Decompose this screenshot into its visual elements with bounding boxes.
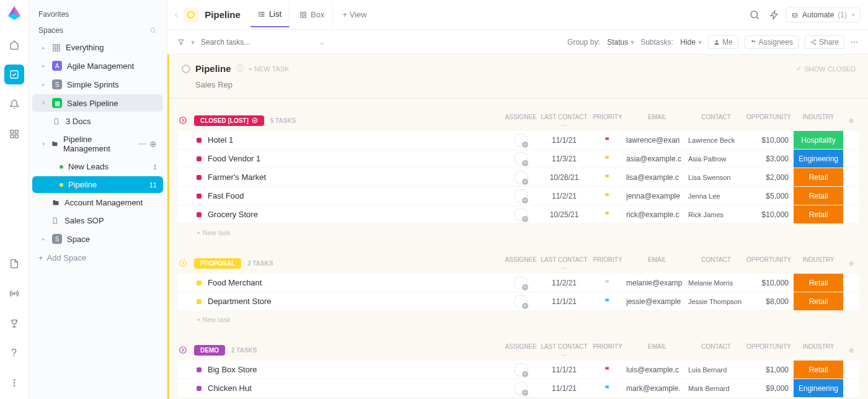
email-cell[interactable]: luis@example.c bbox=[626, 365, 688, 374]
contact-cell[interactable]: Luis Bernard bbox=[688, 366, 744, 374]
industry-cell[interactable]: Retail bbox=[794, 168, 843, 186]
industry-cell[interactable]: Engineering bbox=[794, 379, 843, 397]
email-cell[interactable]: mark@example. bbox=[626, 384, 688, 393]
add-assignee-icon[interactable] bbox=[514, 189, 528, 203]
priority-cell[interactable] bbox=[589, 279, 626, 287]
new-task-row[interactable]: + New task bbox=[178, 311, 859, 328]
add-column-button[interactable]: ⊕ bbox=[843, 114, 859, 127]
space-sales-pipeline[interactable]: ▾▦ Sales Pipeline bbox=[32, 94, 163, 112]
status-circle-icon[interactable] bbox=[182, 65, 190, 73]
contact-cell[interactable]: Rick James bbox=[688, 211, 744, 218]
task-status-icon[interactable] bbox=[197, 175, 202, 180]
task-name[interactable]: Food Vendor 1 bbox=[208, 154, 502, 163]
doc-icon[interactable] bbox=[4, 254, 24, 274]
add-assignee-icon[interactable] bbox=[514, 133, 528, 147]
industry-cell[interactable]: Retail bbox=[794, 187, 843, 205]
collapse-group-icon[interactable] bbox=[178, 115, 188, 125]
col-header-contact[interactable]: CONTACT bbox=[688, 256, 744, 270]
col-header-contact[interactable]: CONTACT bbox=[688, 114, 744, 127]
broadcast-icon[interactable] bbox=[4, 284, 24, 303]
col-header-email[interactable]: EMAIL bbox=[626, 343, 688, 357]
task-status-icon[interactable] bbox=[197, 280, 202, 285]
contact-cell[interactable]: Jessie Thompson bbox=[688, 298, 744, 305]
email-cell[interactable]: jenna@example bbox=[626, 192, 688, 200]
contact-cell[interactable]: Asia Paltrow bbox=[688, 155, 744, 163]
info-icon[interactable]: ⓘ bbox=[236, 63, 244, 74]
col-header-assignee[interactable]: ASSIGNEE bbox=[502, 343, 539, 357]
help-icon[interactable]: ? bbox=[4, 343, 24, 363]
opportunity-cell[interactable]: $10,000 bbox=[744, 210, 794, 219]
col-header-opportunity[interactable]: OPPORTUNITY bbox=[744, 256, 794, 270]
lastcontact-cell[interactable]: 10/25/21 bbox=[539, 210, 589, 219]
contact-cell[interactable]: Lawrence Beck bbox=[688, 137, 744, 144]
bell-icon[interactable] bbox=[4, 94, 24, 114]
search-tasks-input[interactable] bbox=[201, 38, 275, 47]
group-by-dropdown[interactable]: Group by: Status ▾ bbox=[567, 38, 634, 47]
assignee-cell[interactable] bbox=[502, 276, 539, 290]
contact-cell[interactable]: Mark Bernard bbox=[688, 385, 744, 392]
col-header-email[interactable]: EMAIL bbox=[626, 256, 688, 270]
col-header-industry[interactable]: INDUSTRY bbox=[794, 114, 843, 127]
email-cell[interactable]: rick@example.c bbox=[626, 210, 688, 219]
add-column-button[interactable]: ⊕ bbox=[843, 343, 859, 357]
task-name[interactable]: Big Box Store bbox=[208, 365, 502, 374]
lastcontact-cell[interactable]: 10/26/21 bbox=[539, 173, 589, 182]
col-header-lastcontact[interactable]: LAST CONTACT … bbox=[539, 256, 589, 270]
task-status-icon[interactable] bbox=[197, 367, 202, 372]
add-icon[interactable]: ⊕ bbox=[149, 139, 157, 149]
assignee-cell[interactable] bbox=[502, 171, 539, 184]
assignee-cell[interactable] bbox=[502, 133, 539, 147]
col-header-lastcontact[interactable]: LAST CONTACT … bbox=[539, 114, 589, 127]
col-header-priority[interactable]: PRIORITY bbox=[589, 114, 626, 127]
collapse-sidebar-icon[interactable]: ‹ bbox=[175, 10, 177, 19]
priority-cell[interactable] bbox=[589, 366, 626, 374]
subtasks-dropdown[interactable]: Subtasks: Hide ▾ bbox=[640, 38, 702, 47]
priority-cell[interactable] bbox=[589, 192, 626, 200]
add-assignee-icon[interactable] bbox=[514, 382, 528, 395]
task-name[interactable]: Hotel 1 bbox=[208, 135, 502, 145]
app-logo[interactable] bbox=[7, 5, 22, 20]
opportunity-cell[interactable]: $3,000 bbox=[744, 155, 794, 163]
task-row[interactable]: Department Store 11/1/21 jessie@example … bbox=[178, 292, 859, 311]
opportunity-cell[interactable]: $2,000 bbox=[744, 173, 794, 182]
view-tab-list[interactable]: List bbox=[250, 2, 290, 27]
assignee-cell[interactable] bbox=[502, 363, 539, 377]
apps-icon[interactable] bbox=[4, 124, 24, 144]
more-vertical-icon[interactable] bbox=[4, 373, 24, 393]
email-cell[interactable]: melanie@examp bbox=[626, 279, 688, 287]
me-filter-button[interactable]: Me bbox=[708, 35, 738, 49]
email-cell[interactable]: asia@example.c bbox=[626, 155, 688, 163]
task-row[interactable]: Farmer's Market 10/26/21 lisa@example.c … bbox=[178, 168, 859, 187]
filter-icon[interactable] bbox=[177, 38, 185, 46]
task-row[interactable]: Food Merchant 11/2/21 melanie@examp Mela… bbox=[178, 274, 859, 292]
favorites-label[interactable]: Favorites bbox=[29, 6, 167, 22]
add-assignee-icon[interactable] bbox=[514, 152, 528, 166]
docs-item[interactable]: 3 Docs bbox=[32, 113, 163, 130]
folder-actions[interactable]: ⋯ ⊕ bbox=[138, 139, 157, 149]
spaces-label[interactable]: Spaces bbox=[29, 22, 167, 38]
opportunity-cell[interactable]: $10,000 bbox=[744, 279, 794, 287]
lastcontact-cell[interactable]: 11/3/21 bbox=[539, 155, 589, 163]
priority-cell[interactable] bbox=[589, 155, 626, 163]
col-header-lastcontact[interactable]: LAST CONTACT … bbox=[539, 343, 589, 357]
opportunity-cell[interactable]: $9,000 bbox=[744, 384, 794, 393]
search-icon[interactable] bbox=[746, 6, 763, 24]
task-name[interactable]: Chicken Hut bbox=[208, 383, 502, 393]
chevron-down-icon[interactable]: ⌄ bbox=[319, 38, 325, 47]
col-header-industry[interactable]: INDUSTRY bbox=[794, 343, 843, 357]
industry-cell[interactable]: Hospitality bbox=[794, 131, 843, 149]
task-name[interactable]: Department Store bbox=[208, 297, 502, 306]
col-header-assignee[interactable]: ASSIGNEE bbox=[502, 256, 539, 270]
assignee-cell[interactable] bbox=[502, 152, 539, 166]
automate-button[interactable]: Automate(1) ▾ bbox=[786, 7, 861, 22]
list-new-leads[interactable]: New Leads 1 bbox=[32, 158, 163, 175]
opportunity-cell[interactable]: $5,000 bbox=[744, 192, 794, 200]
new-task-button[interactable]: + NEW TASK bbox=[249, 65, 290, 73]
lastcontact-cell[interactable]: 11/1/21 bbox=[539, 384, 589, 393]
share-button[interactable]: Share bbox=[805, 35, 844, 49]
email-cell[interactable]: lisa@example.c bbox=[626, 173, 688, 182]
collapse-group-icon[interactable] bbox=[178, 258, 188, 268]
task-row[interactable]: Big Box Store 11/1/21 luis@example.c Lui… bbox=[178, 361, 859, 379]
home-icon[interactable] bbox=[4, 35, 24, 55]
priority-cell[interactable] bbox=[589, 385, 626, 392]
